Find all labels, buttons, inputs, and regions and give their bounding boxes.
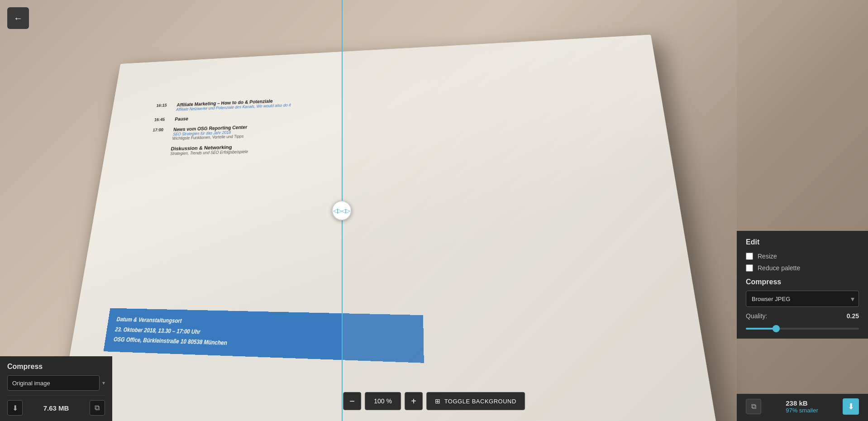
- original-file-size: 7.63 MB: [43, 404, 69, 412]
- download-icon: ⬇: [12, 404, 18, 412]
- reduce-palette-checkbox[interactable]: [746, 264, 753, 272]
- resize-row: Resize: [746, 253, 859, 260]
- original-download-button[interactable]: ⬇: [7, 400, 23, 416]
- compress-section-title: Compress: [746, 278, 859, 286]
- minus-icon: −: [349, 396, 355, 407]
- right-settings-panel: Edit Resize Reduce palette Compress Brow…: [737, 231, 868, 339]
- output-info-panel: ⧉ 238 kB 97% smaller ⬇: [737, 394, 868, 421]
- zoom-in-button[interactable]: +: [405, 392, 423, 410]
- left-panel-title: Compress: [7, 363, 105, 371]
- zoom-display: 100 %: [365, 392, 401, 410]
- download-icon: ⬇: [848, 402, 854, 411]
- quality-slider[interactable]: [746, 328, 859, 330]
- copy-icon: ⧉: [95, 404, 100, 412]
- toggle-bg-label: TOGGLE BACKGROUND: [444, 398, 516, 405]
- bottom-toolbar: − 100 % + ⊞ TOGGLE BACKGROUND: [343, 392, 525, 410]
- copy-icon-button[interactable]: ⧉: [90, 400, 105, 416]
- zoom-out-button[interactable]: −: [343, 392, 361, 410]
- format-select[interactable]: Original image: [7, 375, 100, 391]
- output-download-button[interactable]: ⬇: [843, 398, 859, 415]
- quality-row: Quality: 0.25: [746, 312, 859, 320]
- edit-section-title: Edit: [746, 238, 859, 246]
- checkerboard-icon: ⊞: [435, 397, 441, 405]
- resize-checkbox[interactable]: [746, 253, 753, 260]
- format-dropdown-row: Original image ▾: [7, 375, 105, 391]
- format-dropdown-arrow-icon: ▾: [102, 380, 105, 386]
- reduce-palette-label: Reduce palette: [758, 264, 800, 272]
- quality-value: 0.25: [847, 312, 859, 320]
- back-arrow-icon: ←: [14, 13, 23, 24]
- left-compress-panel: Compress Original image ▾ ⬇ 7.63 MB ⧉: [0, 356, 112, 421]
- back-button[interactable]: ←: [7, 7, 29, 29]
- zoom-value: 100 %: [374, 397, 392, 405]
- plus-icon: +: [411, 396, 416, 407]
- output-file-size: 238 kB: [786, 399, 807, 407]
- output-reduction-text: 97% smaller: [786, 407, 818, 414]
- output-copy-button[interactable]: ⧉: [746, 399, 761, 414]
- image-viewer: 16:15 Affiliate Marketing – How to do & …: [0, 0, 868, 421]
- compressed-overlay: [342, 0, 737, 421]
- quality-label: Quality:: [746, 312, 767, 320]
- divider-arrows-icon: ◁▷: [341, 207, 350, 214]
- divider-handle[interactable]: ◁▷: [332, 201, 352, 220]
- compress-format-select[interactable]: Browser JPEG Browser PNG Browser WebP AV…: [746, 291, 859, 307]
- compress-format-dropdown-row: Browser JPEG Browser PNG Browser WebP AV…: [746, 291, 859, 307]
- resize-label: Resize: [758, 253, 777, 260]
- copy-icon: ⧉: [751, 402, 756, 411]
- toggle-background-button[interactable]: ⊞ TOGGLE BACKGROUND: [426, 392, 525, 410]
- file-info-row: ⬇ 7.63 MB ⧉: [7, 395, 105, 421]
- reduce-palette-row: Reduce palette: [746, 264, 859, 272]
